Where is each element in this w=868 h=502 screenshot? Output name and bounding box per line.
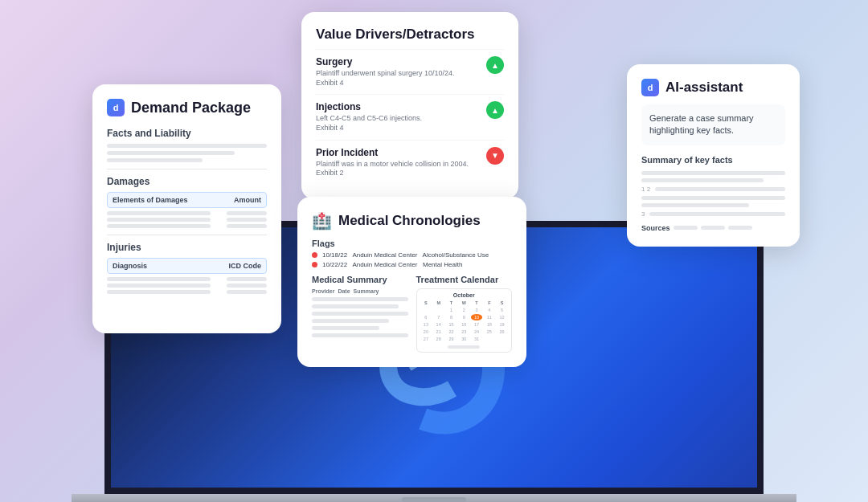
cal-cell: 2 xyxy=(458,307,470,313)
cal-cell: 31 xyxy=(471,336,483,342)
cal-cell-highlighted: 10 xyxy=(471,314,483,320)
cal-cell: 24 xyxy=(471,329,483,335)
ai-bar xyxy=(655,187,785,191)
medical-summary-col: Medical Summary Provider Date Summary xyxy=(312,275,408,353)
ai-logo: d xyxy=(641,79,659,96)
cal-cell: 28 xyxy=(432,336,444,342)
demand-logo: d xyxy=(107,99,125,116)
injuries-label: Injuries xyxy=(107,242,267,253)
flags-section: Flags 10/18/22 Anduin Medical Center Alc… xyxy=(312,239,512,268)
ai-line-numbered: 3 xyxy=(641,210,785,218)
ai-line xyxy=(641,203,749,207)
damages-section: Damages Elements of Damages Amount xyxy=(107,176,267,228)
facts-line-1 xyxy=(107,144,267,148)
cal-cell: 13 xyxy=(420,321,432,328)
cal-cell: 17 xyxy=(471,321,483,328)
cal-cell: 26 xyxy=(496,329,508,335)
cal-cell: 29 xyxy=(445,336,457,342)
source-pill xyxy=(728,226,752,230)
cal-cell: 4 xyxy=(483,307,495,313)
damages-col-2: Amount xyxy=(234,196,261,204)
injections-name: Injections xyxy=(316,101,480,112)
injections-desc: Left C4-C5 and C5-C6 injections. Exhibit… xyxy=(316,114,480,133)
cal-legend-bar xyxy=(448,345,480,349)
demand-package-card: d Demand Package Facts and Liability Dam… xyxy=(92,84,281,333)
cal-cell: 14 xyxy=(432,321,444,328)
table-row xyxy=(107,284,267,288)
cal-cell: 6 xyxy=(420,314,432,320)
line-number: 1 2 xyxy=(641,186,650,193)
ai-line-numbered: 1 2 xyxy=(641,186,785,193)
up-arrow-icon: ▲ xyxy=(491,61,499,70)
medical-chronologies-card: 🏥 Medical Chronologies Flags 10/18/22 An… xyxy=(297,197,526,367)
up-arrow-icon: ▲ xyxy=(491,106,499,115)
cal-cell: 21 xyxy=(432,329,444,335)
cal-month: October xyxy=(420,292,509,298)
value-item-prior: Prior Incident Plaintiff was in a motor … xyxy=(316,140,504,185)
two-col-section: Medical Summary Provider Date Summary Tr… xyxy=(312,275,512,353)
cal-cell: 19 xyxy=(496,321,508,328)
cal-day-header: S xyxy=(420,300,432,306)
cal-cell xyxy=(420,307,432,313)
facts-label: Facts and Liability xyxy=(107,128,267,139)
calendar-box: October S M T W T F S 1 2 3 4 5 6 xyxy=(416,288,513,353)
prior-badge: ▼ xyxy=(486,147,504,165)
ai-sources-row: Sources xyxy=(641,224,785,232)
line-number: 3 xyxy=(641,210,645,218)
medical-header: 🏥 Medical Chronologies xyxy=(312,211,512,231)
divider-2 xyxy=(107,235,267,235)
cal-day-header: W xyxy=(458,300,470,306)
col-summary: Summary xyxy=(354,288,379,294)
cal-cell: 20 xyxy=(420,329,432,335)
injections-content: Injections Left C4-C5 and C5-C6 injectio… xyxy=(316,101,480,133)
cal-grid: S M T W T F S 1 2 3 4 5 6 7 8 xyxy=(420,300,509,342)
cal-cell: 8 xyxy=(445,314,457,320)
cal-cell: 30 xyxy=(458,336,470,342)
ai-prompt-text: Generate a case summary highlighting key… xyxy=(649,112,777,137)
med-row xyxy=(312,304,399,308)
flag-dot-icon xyxy=(312,252,317,258)
col-provider: Provider xyxy=(312,288,334,294)
med-summary-header: Provider Date Summary xyxy=(312,288,408,294)
flag-item-1: 10/18/22 Anduin Medical Center Alcohol/S… xyxy=(312,251,512,259)
ai-title: AI-assistant xyxy=(665,80,743,96)
damages-col-1: Elements of Damages xyxy=(113,196,188,204)
damages-label: Damages xyxy=(107,176,267,187)
injuries-rows xyxy=(107,277,267,294)
surgery-desc: Plaintiff underwent spinal surgery 10/10… xyxy=(316,69,480,88)
cal-day-header: M xyxy=(432,300,444,306)
cal-cell: 3 xyxy=(471,307,483,313)
injections-badge: ▲ xyxy=(486,101,504,119)
down-arrow-icon: ▼ xyxy=(491,151,499,160)
cal-day-header: F xyxy=(483,300,495,306)
cal-cell: 25 xyxy=(483,329,495,335)
treatment-calendar-col: Treatment Calendar October S M T W T F S… xyxy=(416,275,513,353)
surgery-content: Surgery Plaintiff underwent spinal surge… xyxy=(316,56,480,88)
cal-cell: 11 xyxy=(483,314,495,320)
prior-name: Prior Incident xyxy=(316,147,480,158)
cal-day-header: S xyxy=(496,300,508,306)
ai-line xyxy=(641,196,785,200)
cal-day-header: T xyxy=(471,300,483,306)
cal-cell: 5 xyxy=(496,307,508,313)
flag-text-1: 10/18/22 Anduin Medical Center Alcohol/S… xyxy=(322,251,489,259)
col-date: Date xyxy=(338,288,350,294)
med-row xyxy=(312,333,408,337)
injuries-section: Injuries Diagnosis ICD Code xyxy=(107,242,267,294)
medical-title: Medical Chronologies xyxy=(338,213,481,229)
value-item-surgery: Surgery Plaintiff underwent spinal surge… xyxy=(316,49,504,94)
cal-cell: 27 xyxy=(420,336,432,342)
cal-cell: 7 xyxy=(432,314,444,320)
flag-item-2: 10/22/22 Anduin Medical Center Mental He… xyxy=(312,261,512,268)
table-row xyxy=(107,277,267,281)
injuries-col-1: Diagnosis xyxy=(113,262,147,270)
value-title: Value Drivers/Detractors xyxy=(316,27,504,43)
damages-rows xyxy=(107,211,267,228)
facts-line-3 xyxy=(107,158,203,162)
flag-dot-icon xyxy=(312,262,317,267)
ai-header: d AI-assistant xyxy=(641,79,785,96)
laptop-base xyxy=(72,494,796,502)
prior-content: Prior Incident Plaintiff was in a motor … xyxy=(316,147,480,178)
ai-line xyxy=(641,171,785,175)
injuries-col-2: ICD Code xyxy=(229,262,262,270)
